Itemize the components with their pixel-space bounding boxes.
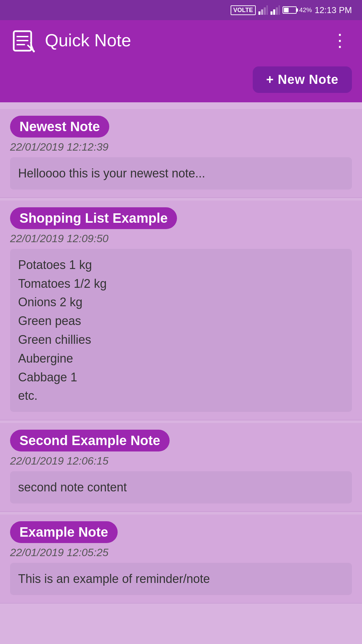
note-item[interactable]: Shopping List Example22/01/2019 12:09:50…: [0, 201, 362, 420]
app-title: Quick Note: [45, 30, 131, 50]
note-title: Second Example Note: [10, 430, 170, 451]
status-icons: VOLTE 42% 12:13 PM: [231, 5, 352, 15]
note-timestamp: 22/01/2019 12:12:39: [10, 141, 352, 153]
svg-rect-1: [261, 9, 263, 15]
svg-rect-7: [279, 5, 280, 15]
note-item[interactable]: Newest Note22/01/2019 12:12:39Helloooo t…: [0, 109, 362, 198]
header-left: Quick Note: [10, 27, 131, 54]
status-bar: VOLTE 42% 12:13 PM: [0, 0, 362, 20]
note-item[interactable]: Second Example Note22/01/2019 12:06:15se…: [0, 423, 362, 512]
note-item[interactable]: Example Note22/01/2019 12:05:25This is a…: [0, 515, 362, 603]
note-title: Example Note: [10, 521, 118, 543]
notes-list: Newest Note22/01/2019 12:12:39Helloooo t…: [0, 102, 362, 610]
note-timestamp: 22/01/2019 12:06:15: [10, 455, 352, 467]
svg-rect-0: [258, 11, 260, 15]
svg-rect-2: [264, 7, 266, 15]
new-note-button[interactable]: + New Note: [253, 66, 352, 93]
notepad-icon: [11, 28, 36, 53]
note-content: second note content: [18, 478, 344, 497]
signal1-icon: [258, 5, 268, 15]
svg-rect-3: [266, 5, 268, 15]
svg-rect-6: [276, 7, 278, 15]
note-title: Shopping List Example: [10, 207, 177, 229]
note-content: Helloooo this is your newest note...: [18, 164, 344, 183]
battery-icon: [283, 6, 297, 14]
svg-point-14: [33, 50, 35, 52]
more-options-icon[interactable]: ⋮: [328, 28, 352, 52]
note-content: This is an example of reminder/note: [18, 570, 344, 588]
app-header: Quick Note ⋮: [0, 20, 362, 60]
signal2-icon: [270, 5, 280, 15]
svg-rect-4: [270, 11, 273, 15]
volte-badge: VOLTE: [231, 5, 256, 15]
app-icon: [10, 27, 37, 54]
note-timestamp: 22/01/2019 12:05:25: [10, 546, 352, 559]
note-timestamp: 22/01/2019 12:09:50: [10, 232, 352, 245]
battery-percent: 42%: [299, 6, 312, 14]
time-display: 12:13 PM: [315, 5, 352, 15]
new-note-bar: + New Note: [0, 60, 362, 102]
svg-rect-5: [273, 9, 275, 15]
note-content: Potatoes 1 kg Tomatoes 1/2 kg Onions 2 k…: [18, 256, 344, 405]
note-title: Newest Note: [10, 116, 109, 138]
